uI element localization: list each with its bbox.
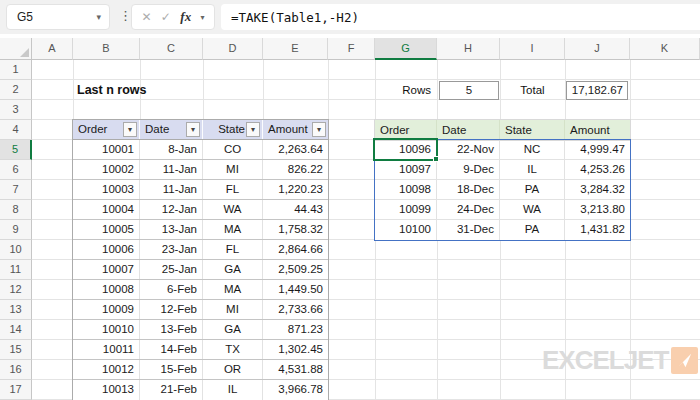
- table-cell[interactable]: 10012: [73, 360, 140, 379]
- result-header-date[interactable]: Date: [437, 120, 500, 140]
- result-header-state[interactable]: State: [500, 120, 565, 140]
- table-cell[interactable]: FL: [203, 180, 263, 199]
- name-box[interactable]: G5 ▾: [6, 4, 110, 30]
- table-cell[interactable]: 10004: [73, 200, 140, 219]
- column-header-C[interactable]: C: [140, 38, 203, 60]
- table-cell[interactable]: WA: [500, 200, 565, 219]
- column-header-G[interactable]: G: [375, 38, 437, 60]
- table-cell[interactable]: FL: [203, 240, 263, 259]
- table-cell[interactable]: GA: [203, 260, 263, 279]
- insert-function-icon[interactable]: fx: [180, 9, 191, 25]
- row-header-17[interactable]: 17: [0, 380, 32, 400]
- column-header-H[interactable]: H: [437, 38, 500, 60]
- rows-label[interactable]: Rows: [375, 80, 431, 100]
- row-header-12[interactable]: 12: [0, 280, 32, 300]
- enter-icon[interactable]: ✓: [161, 10, 171, 24]
- table-cell[interactable]: 14-Feb: [140, 340, 203, 359]
- table-cell[interactable]: WA: [203, 200, 263, 219]
- table-cell[interactable]: 4,531.88: [263, 360, 328, 379]
- table-cell[interactable]: 44.43: [263, 200, 328, 219]
- table-cell[interactable]: 31-Dec: [437, 220, 500, 240]
- table-cell[interactable]: 10002: [73, 160, 140, 179]
- table-cell[interactable]: 10099: [375, 200, 437, 219]
- table-cell[interactable]: 10009: [73, 300, 140, 319]
- total-value-cell[interactable]: 17,182.67: [566, 81, 628, 100]
- sheet-title[interactable]: Last n rows: [77, 80, 277, 100]
- table-cell[interactable]: 15-Feb: [140, 360, 203, 379]
- table-cell[interactable]: 12-Feb: [140, 300, 203, 319]
- column-header-A[interactable]: A: [32, 38, 73, 60]
- row-header-9[interactable]: 9: [0, 220, 32, 240]
- table-cell[interactable]: 1,758.32: [263, 220, 328, 239]
- rows-value-cell[interactable]: 5: [439, 81, 499, 100]
- table-cell[interactable]: 10096: [375, 140, 437, 159]
- table-cell[interactable]: IL: [203, 380, 263, 400]
- table-cell[interactable]: PA: [500, 180, 565, 199]
- table-cell[interactable]: 13-Feb: [140, 320, 203, 339]
- cancel-icon[interactable]: ✕: [141, 10, 151, 24]
- column-header-I[interactable]: I: [500, 38, 565, 60]
- filter-dropdown-icon[interactable]: ▾: [186, 122, 200, 137]
- result-header-order[interactable]: Order: [375, 120, 437, 140]
- table-cell[interactable]: 10098: [375, 180, 437, 199]
- table-cell[interactable]: MA: [203, 280, 263, 299]
- table-cell[interactable]: 1,302.45: [263, 340, 328, 359]
- table-cell[interactable]: 23-Jan: [140, 240, 203, 259]
- table-cell[interactable]: 10013: [73, 380, 140, 400]
- select-all-corner[interactable]: [0, 38, 32, 60]
- table-cell[interactable]: 9-Dec: [437, 160, 500, 179]
- column-header-E[interactable]: E: [263, 38, 328, 60]
- table-cell[interactable]: MI: [203, 160, 263, 179]
- row-header-13[interactable]: 13: [0, 300, 32, 320]
- chevron-down-icon[interactable]: ▾: [96, 12, 109, 22]
- column-header-K[interactable]: K: [630, 38, 700, 60]
- row-header-1[interactable]: 1: [0, 60, 32, 80]
- row-header-15[interactable]: 15: [0, 340, 32, 360]
- table-cell[interactable]: 25-Jan: [140, 260, 203, 279]
- table-cell[interactable]: MA: [203, 220, 263, 239]
- filter-dropdown-icon[interactable]: ▾: [312, 122, 326, 137]
- table-cell[interactable]: 4,999.47: [565, 140, 630, 159]
- table-cell[interactable]: 10097: [375, 160, 437, 179]
- row-header-6[interactable]: 6: [0, 160, 32, 180]
- table-cell[interactable]: 10006: [73, 240, 140, 259]
- row-header-5[interactable]: 5: [0, 140, 32, 160]
- table-cell[interactable]: 1,431.82: [565, 220, 630, 240]
- row-header-7[interactable]: 7: [0, 180, 32, 200]
- table-cell[interactable]: 3,284.32: [565, 180, 630, 199]
- table-cell[interactable]: 10007: [73, 260, 140, 279]
- row-header-3[interactable]: 3: [0, 100, 32, 120]
- table-cell[interactable]: 2,733.66: [263, 300, 328, 319]
- row-header-2[interactable]: 2: [0, 80, 32, 100]
- table-cell[interactable]: 11-Jan: [140, 180, 203, 199]
- table-cell[interactable]: OR: [203, 360, 263, 379]
- table-cell[interactable]: 22-Nov: [437, 140, 500, 159]
- table-cell[interactable]: 10001: [73, 140, 140, 159]
- filter-dropdown-icon[interactable]: ▾: [123, 122, 137, 137]
- filter-dropdown-icon[interactable]: ▾: [246, 122, 260, 137]
- column-header-B[interactable]: B: [73, 38, 140, 60]
- result-header-amount[interactable]: Amount: [565, 120, 630, 140]
- table-cell[interactable]: 13-Jan: [140, 220, 203, 239]
- table-cell[interactable]: 10010: [73, 320, 140, 339]
- table-cell[interactable]: IL: [500, 160, 565, 179]
- table-cell[interactable]: 2,864.66: [263, 240, 328, 259]
- table-cell[interactable]: 10003: [73, 180, 140, 199]
- row-header-8[interactable]: 8: [0, 200, 32, 220]
- table-cell[interactable]: 1,220.23: [263, 180, 328, 199]
- table-cell[interactable]: 21-Feb: [140, 380, 203, 400]
- table-cell[interactable]: 10100: [375, 220, 437, 240]
- table-cell[interactable]: 8-Jan: [140, 140, 203, 159]
- table-cell[interactable]: 826.22: [263, 160, 328, 179]
- column-header-D[interactable]: D: [203, 38, 263, 60]
- chevron-down-icon[interactable]: ▾: [201, 13, 205, 22]
- table-cell[interactable]: CO: [203, 140, 263, 159]
- formula-input[interactable]: =TAKE(Table1,-H2): [221, 4, 700, 30]
- table-cell[interactable]: 11-Jan: [140, 160, 203, 179]
- table-cell[interactable]: 6-Feb: [140, 280, 203, 299]
- table-cell[interactable]: 10008: [73, 280, 140, 299]
- row-header-16[interactable]: 16: [0, 360, 32, 380]
- row-header-11[interactable]: 11: [0, 260, 32, 280]
- table-cell[interactable]: GA: [203, 320, 263, 339]
- row-header-14[interactable]: 14: [0, 320, 32, 340]
